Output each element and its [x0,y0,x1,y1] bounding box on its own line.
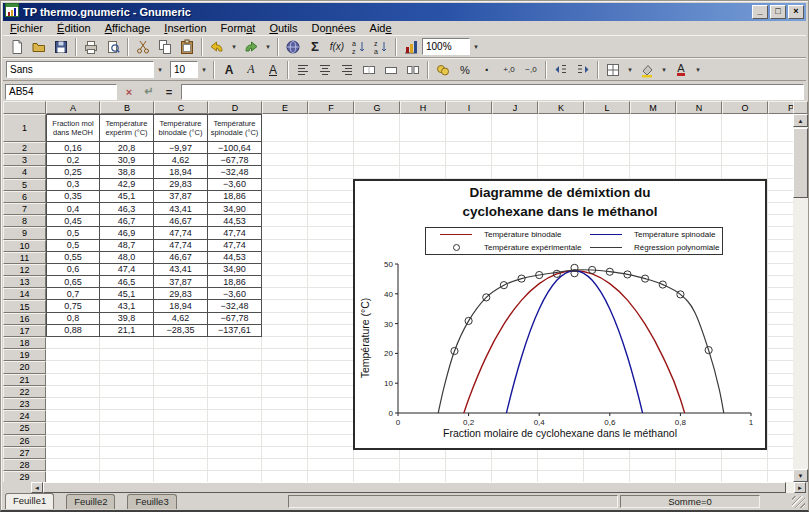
table-header-cell[interactable]: Fraction mol dans MeOH [46,114,100,142]
cell[interactable] [630,114,676,142]
cell[interactable] [308,227,354,239]
background-color-dropdown-icon[interactable]: ▾ [658,61,670,79]
cell[interactable] [492,142,538,154]
column-header-I[interactable]: I [446,101,492,114]
hyperlink-button[interactable] [282,37,304,57]
cell[interactable] [46,447,100,459]
column-header-E[interactable]: E [262,101,308,114]
cell[interactable] [538,166,584,178]
table-cell[interactable]: 37,87 [154,191,208,203]
redo-button[interactable] [240,37,262,57]
cell[interactable] [154,398,208,410]
table-cell[interactable]: −100,64 [208,142,262,154]
decrease-decimals-button[interactable]: −,0 [520,60,542,80]
cell[interactable] [262,313,308,325]
table-cell[interactable]: 46,3 [100,203,154,215]
cell[interactable] [208,459,262,471]
sum-button[interactable]: Σ [304,37,326,57]
cell[interactable] [262,240,308,252]
cell[interactable] [446,166,492,178]
print-preview-button[interactable] [102,37,124,57]
cell[interactable] [154,435,208,447]
cell[interactable] [400,166,446,178]
cell[interactable] [154,386,208,398]
cell[interactable] [584,154,630,166]
cell[interactable] [208,471,262,482]
cell[interactable] [208,422,262,434]
center-across-button[interactable] [380,60,402,80]
cell[interactable] [308,166,354,178]
cell[interactable] [768,337,793,349]
cell[interactable] [154,471,208,482]
cell[interactable] [308,276,354,288]
horizontal-scrollbar[interactable]: ◄ ► [3,482,806,493]
cell[interactable] [308,252,354,264]
cell[interactable] [154,349,208,361]
cell[interactable] [768,154,793,166]
column-header-F[interactable]: F [308,101,354,114]
cell[interactable] [262,191,308,203]
table-cell[interactable]: 0,16 [46,142,100,154]
cell[interactable] [208,410,262,422]
thousands-separator-button[interactable]: · [476,60,498,80]
column-header-K[interactable]: K [538,101,584,114]
decrease-indent-button[interactable] [550,60,572,80]
cell[interactable] [768,166,793,178]
cell[interactable] [308,435,354,447]
row-header-29[interactable]: 29 [3,471,46,482]
cell[interactable] [768,288,793,300]
cell[interactable] [354,142,400,154]
cell[interactable] [308,288,354,300]
cell[interactable] [154,447,208,459]
table-header-cell[interactable]: Température binodale (°C) [154,114,208,142]
cell[interactable] [208,447,262,459]
row-header-2[interactable]: 2 [3,142,46,154]
cell[interactable] [400,459,446,471]
cell[interactable] [262,288,308,300]
cell[interactable] [492,471,538,482]
table-cell[interactable]: 0,2 [46,154,100,166]
row-header-19[interactable]: 19 [3,349,46,361]
table-cell[interactable]: −9,97 [154,142,208,154]
undo-dropdown-icon[interactable]: ▾ [228,38,240,56]
cell[interactable] [100,398,154,410]
table-cell[interactable]: 47,74 [154,227,208,239]
font-color-button[interactable]: A [670,60,692,80]
row-header-14[interactable]: 14 [3,288,46,300]
cell[interactable] [262,435,308,447]
cell[interactable] [768,410,793,422]
underline-button[interactable]: A [262,60,284,80]
cell[interactable] [768,264,793,276]
cell[interactable] [46,337,100,349]
row-header-5[interactable]: 5 [3,179,46,191]
table-cell[interactable]: 44,53 [208,215,262,227]
vertical-scrollbar[interactable]: ▲ ▼ [793,101,808,482]
row-header-1[interactable]: 1 [3,114,46,142]
cell[interactable] [308,386,354,398]
undo-button[interactable] [206,37,228,57]
cell[interactable] [262,325,308,337]
paste-button[interactable] [176,37,198,57]
table-cell[interactable]: 18,94 [154,166,208,178]
table-cell[interactable]: 46,67 [154,215,208,227]
cell[interactable] [400,142,446,154]
italic-button[interactable]: A [240,60,262,80]
table-cell[interactable]: 29,83 [154,288,208,300]
table-cell[interactable]: 47,74 [208,227,262,239]
cell[interactable] [722,471,768,482]
hscroll-thumb[interactable] [43,482,786,493]
cell[interactable] [46,435,100,447]
menu-aide[interactable]: Aide [363,22,399,34]
column-header-O[interactable]: O [722,101,768,114]
table-cell[interactable]: 0,25 [46,166,100,178]
table-cell[interactable]: 48,7 [100,240,154,252]
cell[interactable] [538,459,584,471]
cell[interactable] [208,349,262,361]
column-header-P[interactable]: P [768,101,793,114]
cell[interactable] [354,154,400,166]
table-cell[interactable]: 0,45 [46,215,100,227]
table-cell[interactable]: −67,78 [208,313,262,325]
table-cell[interactable]: 38,8 [100,166,154,178]
cell[interactable] [208,398,262,410]
table-cell[interactable]: −137,61 [208,325,262,337]
